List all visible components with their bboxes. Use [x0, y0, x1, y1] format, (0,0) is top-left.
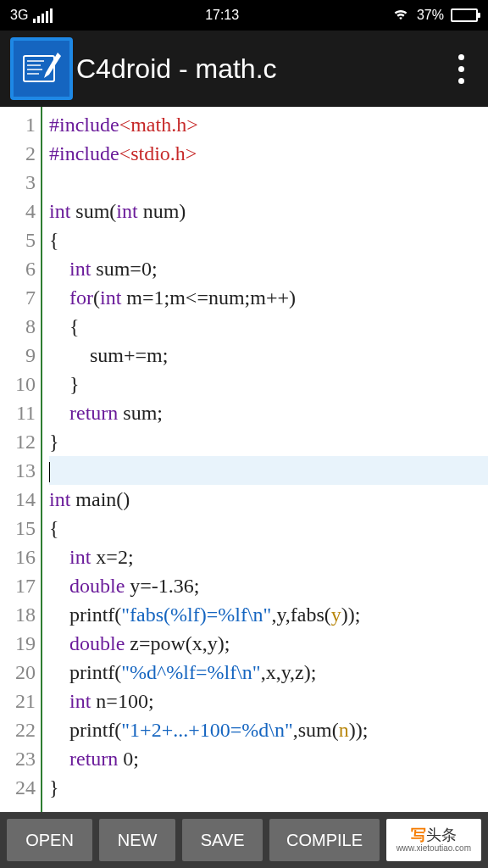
code-line[interactable]: [49, 456, 488, 485]
app-title: C4droid - math.c: [76, 53, 441, 85]
save-button[interactable]: SAVE: [182, 819, 263, 861]
watermark: 写头条 www.xietoutiao.com: [386, 819, 481, 861]
code-line[interactable]: for(int m=1;m<=num;m++): [49, 283, 488, 312]
clock: 17:13: [205, 8, 239, 23]
code-line[interactable]: int n=100;: [49, 687, 488, 715]
line-number: 6: [0, 254, 41, 283]
code-line[interactable]: double y=-1.36;: [49, 571, 488, 600]
line-number: 24: [0, 773, 41, 802]
line-number: 11: [0, 398, 41, 427]
code-line[interactable]: sum+=m;: [49, 341, 488, 370]
line-number: 12: [0, 427, 41, 456]
overflow-menu-icon[interactable]: [444, 47, 478, 90]
code-line[interactable]: return 0;: [49, 744, 488, 773]
code-line[interactable]: }: [49, 370, 488, 398]
line-number: 9: [0, 341, 41, 370]
line-number: 20: [0, 658, 41, 687]
status-right: 37%: [391, 4, 478, 26]
line-number: 13: [0, 456, 41, 485]
wifi-icon: [391, 4, 410, 26]
code-line[interactable]: printf("%d^%lf=%lf\n",x,y,z);: [49, 658, 488, 687]
line-number: 19: [0, 629, 41, 658]
battery-icon: [451, 8, 478, 22]
signal-icon: [33, 8, 53, 23]
line-number: 3: [0, 168, 41, 197]
code-line[interactable]: int x=2;: [49, 542, 488, 571]
line-number: 18: [0, 600, 41, 629]
code-line[interactable]: printf("1+2+...+100=%d\n",sum(n));: [49, 715, 488, 744]
open-button[interactable]: OPEN: [7, 819, 92, 861]
code-line[interactable]: {: [49, 225, 488, 254]
app-bar: C4droid - math.c: [0, 31, 488, 107]
bottom-toolbar: OPEN NEW SAVE COMPILE 写头条 www.xietoutiao…: [0, 812, 488, 868]
code-line[interactable]: double z=pow(x,y);: [49, 629, 488, 658]
line-number: 4: [0, 197, 41, 225]
battery-percent: 37%: [417, 8, 444, 23]
network-type: 3G: [10, 8, 28, 23]
status-bar: 3G 17:13 37%: [0, 0, 488, 31]
line-number: 5: [0, 225, 41, 254]
code-line[interactable]: {: [49, 514, 488, 542]
code-line[interactable]: int main(): [49, 485, 488, 514]
line-number: 15: [0, 514, 41, 542]
code-line[interactable]: int sum=0;: [49, 254, 488, 283]
new-button[interactable]: NEW: [99, 819, 175, 861]
code-line[interactable]: printf("fabs(%lf)=%lf\n",y,fabs(y));: [49, 600, 488, 629]
code-line[interactable]: }: [49, 773, 488, 802]
line-gutter: 123456789101112131415161718192021222324: [0, 107, 42, 812]
line-number: 1: [0, 110, 41, 139]
line-number: 17: [0, 571, 41, 600]
code-area[interactable]: #include<math.h>#include<stdio.h>int sum…: [42, 107, 488, 812]
line-number: 22: [0, 715, 41, 744]
code-line[interactable]: [49, 168, 488, 197]
code-line[interactable]: int sum(int num): [49, 197, 488, 225]
code-line[interactable]: return sum;: [49, 398, 488, 427]
code-line[interactable]: #include<math.h>: [49, 110, 488, 139]
line-number: 8: [0, 312, 41, 341]
status-left: 3G: [10, 8, 53, 23]
code-line[interactable]: #include<stdio.h>: [49, 139, 488, 168]
app-icon[interactable]: [10, 37, 73, 100]
line-number: 7: [0, 283, 41, 312]
code-line[interactable]: }: [49, 427, 488, 456]
compile-button[interactable]: COMPILE: [269, 819, 379, 861]
code-line[interactable]: {: [49, 312, 488, 341]
code-editor[interactable]: 123456789101112131415161718192021222324 …: [0, 107, 488, 812]
line-number: 21: [0, 687, 41, 715]
line-number: 2: [0, 139, 41, 168]
line-number: 23: [0, 744, 41, 773]
line-number: 10: [0, 370, 41, 398]
line-number: 14: [0, 485, 41, 514]
line-number: 16: [0, 542, 41, 571]
